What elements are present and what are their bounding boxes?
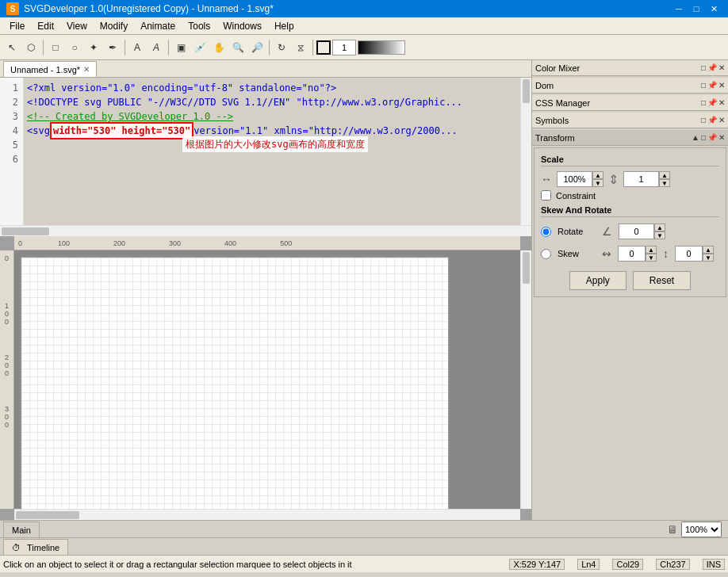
menu-animate[interactable]: Animate <box>134 19 182 33</box>
skew-y-input-group: 0 ▲ ▼ <box>675 246 714 262</box>
skew-y-down[interactable]: ▼ <box>703 254 714 262</box>
svg-canvas[interactable] <box>21 257 449 509</box>
skew-radio[interactable] <box>541 249 551 259</box>
canvas-vscroll[interactable] <box>520 250 531 509</box>
dom-close[interactable]: ✕ <box>718 81 725 90</box>
constraint-label[interactable]: Constraint <box>556 191 596 201</box>
css-restore[interactable]: □ <box>701 98 706 107</box>
dom-pin[interactable]: 📌 <box>707 81 717 90</box>
hand-tool[interactable]: ✋ <box>210 39 228 56</box>
canvas-hscroll-thumb[interactable] <box>16 511 79 519</box>
skew-rotate-label: Skew And Rotate <box>541 205 719 217</box>
rotate-up[interactable]: ▲ <box>654 224 665 231</box>
code-line-6 <box>27 152 517 166</box>
timeline-tab[interactable]: ⏱ Timeline <box>3 539 68 555</box>
skew-y-input[interactable]: 0 <box>675 246 703 262</box>
skew-x-input[interactable]: 0 <box>618 246 646 262</box>
scale-header: Scale <box>541 155 719 166</box>
canvas-hscroll[interactable] <box>14 509 520 520</box>
stroke-width-input[interactable] <box>332 40 356 55</box>
rotate-radio[interactable] <box>541 227 551 237</box>
menu-windows[interactable]: Windows <box>216 19 268 33</box>
scale-x-down[interactable]: ▼ <box>592 179 603 187</box>
reset-button[interactable]: Reset <box>633 271 691 290</box>
color-mixer-close[interactable]: ✕ <box>718 63 725 72</box>
zoom-out-tool[interactable]: 🔎 <box>248 39 266 56</box>
mirror-tool[interactable]: ⧖ <box>292 39 309 56</box>
transform-restore[interactable]: □ <box>701 133 706 142</box>
scale-y-up[interactable]: ▲ <box>659 171 670 179</box>
menu-view[interactable]: View <box>60 19 94 33</box>
stroke-pattern[interactable] <box>358 40 405 55</box>
code-vscroll[interactable] <box>520 78 531 225</box>
color-mixer-restore[interactable]: □ <box>701 63 706 72</box>
transform-close[interactable]: ✕ <box>718 133 725 142</box>
ruler-h-0: 0 <box>18 239 22 247</box>
menu-tools[interactable]: Tools <box>182 19 216 33</box>
code-vscroll-thumb[interactable] <box>523 79 530 103</box>
scale-x-up[interactable]: ▲ <box>592 171 603 179</box>
constraint-checkbox[interactable] <box>541 190 551 201</box>
transform-pin[interactable]: 📌 <box>707 133 717 142</box>
symbols-close[interactable]: ✕ <box>718 116 725 124</box>
line-num-4: 4 <box>2 124 21 138</box>
tab-close-icon[interactable]: ✕ <box>83 65 90 74</box>
rotate-spinners: ▲ ▼ <box>654 224 665 239</box>
node-tool[interactable]: ⬡ <box>22 39 40 56</box>
right-panel: Color Mixer □ 📌 ✕ Dom □ 📌 ✕ CSS Manager … <box>531 60 728 520</box>
canvas-area[interactable]: 0 100 200 300 400 500 0 100 200 300 <box>0 236 531 520</box>
rotate-label[interactable]: Rotate <box>557 227 596 236</box>
eyedropper-tool[interactable]: 💉 <box>191 39 209 56</box>
symbols-restore[interactable]: □ <box>701 116 706 124</box>
scale-x-input[interactable]: 100% <box>557 171 592 187</box>
main-tab[interactable]: Main <box>3 522 40 537</box>
code-hscroll-thumb[interactable] <box>2 227 49 235</box>
menu-file[interactable]: File <box>3 19 31 33</box>
close-button[interactable]: ✕ <box>706 2 722 15</box>
link-scale-icon[interactable]: ⇕ <box>608 172 619 187</box>
symbols-pin[interactable]: 📌 <box>707 116 717 124</box>
skew-h-icon: ↭ <box>602 247 611 260</box>
code-content[interactable]: <?xml version="1.0" encoding="utf-8" sta… <box>24 78 520 225</box>
rect-tool[interactable]: □ <box>47 39 64 56</box>
star-tool[interactable]: ✦ <box>85 39 102 56</box>
rotate-down[interactable]: ▼ <box>654 231 665 239</box>
rotate-row: Rotate ∠ 0 ▲ ▼ <box>541 224 719 239</box>
rotate-input[interactable]: 0 <box>619 224 654 239</box>
dom-restore[interactable]: □ <box>701 81 706 90</box>
symbols-title: Symbols <box>535 116 569 125</box>
skew-x-down[interactable]: ▼ <box>646 254 657 262</box>
code-hscroll[interactable] <box>0 225 531 236</box>
text-tool[interactable]: A <box>128 39 146 56</box>
minimize-button[interactable]: ─ <box>671 2 687 15</box>
rotate-tool[interactable]: ↻ <box>273 39 290 56</box>
maximize-button[interactable]: □ <box>688 2 704 15</box>
skew-y-up[interactable]: ▲ <box>703 246 714 254</box>
menu-help[interactable]: Help <box>268 19 301 33</box>
apply-button[interactable]: Apply <box>569 271 626 290</box>
skew-x-up[interactable]: ▲ <box>646 246 657 254</box>
transform-up[interactable]: ▲ <box>692 133 699 142</box>
code-editor-wrapper: 1 2 3 4 5 6 <?xml version="1.0" encoding… <box>0 78 531 236</box>
css-close[interactable]: ✕ <box>718 98 725 107</box>
stroke-color[interactable] <box>316 40 331 55</box>
skew-label[interactable]: Skew <box>557 249 596 258</box>
menu-modify[interactable]: Modify <box>94 19 134 33</box>
scale-y-down[interactable]: ▼ <box>659 179 670 187</box>
pen-tool[interactable]: ✒ <box>104 39 121 56</box>
ellipse-tool[interactable]: ○ <box>66 39 83 56</box>
color-mixer-pin[interactable]: 📌 <box>707 63 717 72</box>
tab-file[interactable]: Unnamed - 1.svg* ✕ <box>3 61 97 77</box>
css-manager-title: CSS Manager <box>535 98 590 108</box>
italic-text-tool[interactable]: A <box>148 39 165 56</box>
select-tool[interactable]: ↖ <box>3 39 21 56</box>
fill-tool[interactable]: ▣ <box>172 39 190 56</box>
canvas-bg[interactable] <box>14 250 520 509</box>
css-pin[interactable]: 📌 <box>707 98 717 107</box>
canvas-vscroll-thumb[interactable] <box>523 252 530 284</box>
menu-edit[interactable]: Edit <box>31 19 60 33</box>
zoom-in-tool[interactable]: 🔍 <box>229 39 247 56</box>
zoom-select[interactable]: 100% 50% 200% <box>681 522 722 537</box>
rotate-input-group: 0 ▲ ▼ <box>619 224 665 239</box>
scale-y-input[interactable]: 1 <box>623 171 659 187</box>
